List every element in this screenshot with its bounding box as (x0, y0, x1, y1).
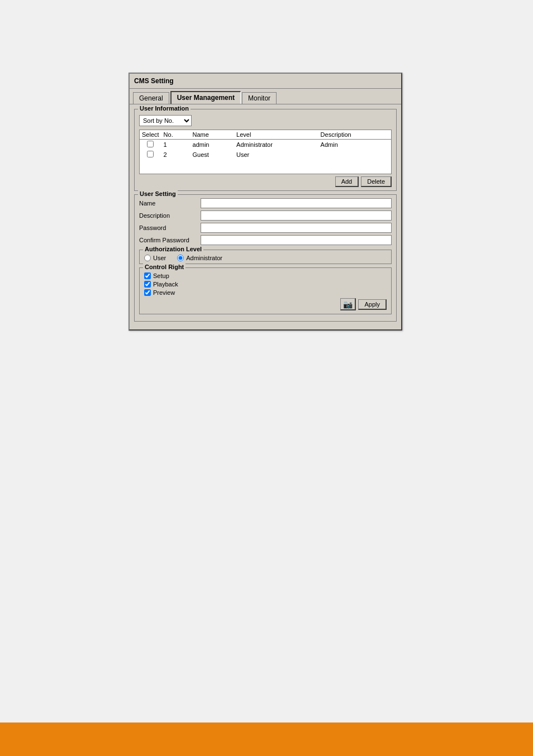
authorization-level-section: Authorization Level User Administrator (139, 250, 392, 264)
control-right-section: Control Right Setup Playback Preview (139, 267, 392, 314)
window-title: CMS Setting (130, 74, 401, 89)
preview-checkbox[interactable] (144, 289, 151, 296)
name-input[interactable] (201, 198, 392, 208)
tab-content: User Information Sort by No. Sort by Nam… (130, 104, 401, 329)
delete-button[interactable]: Delete (361, 176, 392, 187)
orange-bar (0, 722, 533, 756)
password-row: Password (139, 223, 392, 233)
user-information-label: User Information (138, 105, 191, 112)
row1-checkbox[interactable] (147, 141, 154, 147)
icon-button[interactable]: 📷 (340, 298, 356, 310)
row1-name: admin (191, 140, 235, 150)
password-input[interactable] (201, 223, 392, 233)
table-row: 1 admin Administrator Admin (140, 140, 391, 150)
row2-description (318, 150, 391, 160)
apply-row: 📷 Apply (144, 298, 387, 310)
playback-label: Playback (153, 281, 178, 288)
row1-select-cell (140, 140, 161, 150)
tab-user-management[interactable]: User Management (170, 91, 241, 104)
col-level: Level (234, 130, 318, 140)
add-delete-row: Add Delete (139, 176, 392, 187)
description-label: Description (139, 212, 201, 219)
user-table-area: Select No. Name Level Description 1 (139, 130, 392, 174)
sort-row: Sort by No. Sort by Name Sort by Level (139, 115, 392, 126)
row1-no: 1 (161, 140, 191, 150)
row1-description: Admin (318, 140, 391, 150)
icon-image: 📷 (343, 300, 353, 309)
user-radio-item: User (144, 255, 166, 261)
password-label: Password (139, 224, 201, 231)
tab-bar: General User Management Monitor (130, 89, 401, 104)
col-no: No. (161, 130, 191, 140)
setup-label: Setup (153, 272, 169, 279)
row2-no: 2 (161, 150, 191, 160)
user-setting-label: User Setting (138, 190, 178, 197)
user-radio-label: User (153, 255, 166, 261)
administrator-radio-label: Administrator (186, 255, 222, 261)
col-select: Select (140, 130, 161, 140)
description-input[interactable] (201, 210, 392, 221)
user-setting-section: User Setting Name Description Password C… (134, 194, 397, 322)
confirm-password-input[interactable] (201, 235, 392, 245)
add-button[interactable]: Add (335, 176, 359, 187)
preview-label: Preview (153, 289, 175, 296)
row1-level: Administrator (234, 140, 318, 150)
row2-name: Guest (191, 150, 235, 160)
apply-button[interactable]: Apply (358, 299, 387, 310)
playback-checkbox[interactable] (144, 281, 151, 288)
col-description: Description (318, 130, 391, 140)
user-radio[interactable] (144, 255, 151, 261)
row2-checkbox[interactable] (147, 151, 154, 157)
sort-select[interactable]: Sort by No. Sort by Name Sort by Level (139, 115, 192, 126)
administrator-radio[interactable] (177, 255, 184, 261)
setup-row: Setup (144, 272, 387, 279)
administrator-radio-item: Administrator (177, 255, 222, 261)
user-information-section: User Information Sort by No. Sort by Nam… (134, 109, 397, 191)
description-row: Description (139, 210, 392, 221)
row2-select-cell (140, 150, 161, 160)
row2-level: User (234, 150, 318, 160)
confirm-password-row: Confirm Password (139, 235, 392, 245)
radio-row: User Administrator (144, 252, 387, 261)
col-name: Name (191, 130, 235, 140)
name-row: Name (139, 198, 392, 208)
table-row: 2 Guest User (140, 150, 391, 160)
setup-checkbox[interactable] (144, 272, 151, 279)
authorization-level-label: Authorization Level (143, 246, 203, 252)
tab-monitor[interactable]: Monitor (242, 92, 277, 104)
name-label: Name (139, 200, 201, 207)
confirm-password-label: Confirm Password (139, 237, 201, 243)
tab-general[interactable]: General (133, 92, 169, 104)
user-table: Select No. Name Level Description 1 (140, 130, 391, 160)
cms-setting-window: CMS Setting General User Management Moni… (129, 73, 402, 331)
control-right-label: Control Right (143, 264, 185, 270)
playback-row: Playback (144, 281, 387, 288)
preview-row: Preview (144, 289, 387, 296)
